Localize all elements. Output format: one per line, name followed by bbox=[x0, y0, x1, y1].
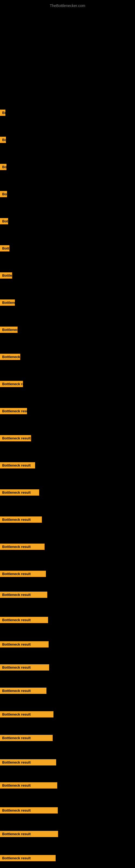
bottleneck-label: Bottleneck result bbox=[0, 137, 6, 143]
bottleneck-label: Bottleneck result bbox=[0, 462, 35, 468]
bottleneck-item: Bottleneck result bbox=[0, 734, 53, 742]
bottleneck-label: Bottleneck result bbox=[0, 327, 17, 333]
bottleneck-item: Bottleneck result bbox=[0, 758, 56, 766]
bottleneck-item: Bottleneck result bbox=[0, 352, 20, 361]
bottleneck-label: Bottleneck result bbox=[0, 164, 6, 170]
bottleneck-label: Bottleneck result bbox=[0, 664, 49, 671]
bottleneck-label: Bottleneck result bbox=[0, 807, 58, 813]
bottleneck-label: Bottleneck result bbox=[0, 688, 46, 694]
bottleneck-label: Bottleneck result bbox=[0, 300, 15, 306]
bottleneck-label: Bottleneck result bbox=[0, 711, 53, 717]
bottleneck-label: Bottleneck result bbox=[0, 408, 27, 414]
bottleneck-label: Bottleneck result bbox=[0, 110, 5, 116]
bottleneck-item: Bottleneck result bbox=[0, 781, 57, 789]
bottleneck-label: Bottleneck result bbox=[0, 855, 56, 861]
bottleneck-item: Bottleneck result bbox=[0, 686, 46, 695]
bottleneck-label: Bottleneck result bbox=[0, 245, 9, 251]
bottleneck-item: Bottleneck result bbox=[0, 299, 15, 307]
bottleneck-label: Bottleneck result bbox=[0, 831, 58, 837]
bottleneck-label: Bottleneck result bbox=[0, 592, 47, 598]
bottleneck-item: Bottleneck result bbox=[0, 590, 47, 599]
bottleneck-item: Bottleneck result bbox=[0, 434, 31, 442]
bottleneck-item: Bottleneck result bbox=[0, 663, 49, 671]
bottleneck-item: Bottleneck result bbox=[0, 516, 42, 524]
bottleneck-item: Bottleneck result bbox=[0, 616, 48, 624]
bottleneck-label: Bottleneck result bbox=[0, 191, 7, 197]
bottleneck-label: Bottleneck result bbox=[0, 617, 48, 623]
bottleneck-item: Bottleneck result bbox=[0, 163, 6, 171]
bottleneck-item: Bottleneck result bbox=[0, 710, 53, 718]
bottleneck-label: Bottleneck result bbox=[0, 435, 31, 441]
bottleneck-label: Bottleneck result bbox=[0, 218, 8, 224]
bottleneck-item: Bottleneck result bbox=[0, 108, 5, 117]
bottleneck-item: Bottleneck result bbox=[0, 190, 7, 198]
bottleneck-label: Bottleneck result bbox=[0, 489, 39, 496]
bottleneck-item: Bottleneck result bbox=[0, 380, 23, 388]
bottleneck-item: Bottleneck result bbox=[0, 854, 56, 862]
bottleneck-label: Bottleneck result bbox=[0, 571, 46, 577]
bottleneck-item: Bottleneck result bbox=[0, 407, 27, 415]
bottleneck-item: Bottleneck result bbox=[0, 488, 39, 496]
bottleneck-item: Bottleneck result bbox=[0, 326, 17, 334]
bottleneck-label: Bottleneck result bbox=[0, 641, 49, 648]
bottleneck-item: Bottleneck result bbox=[0, 135, 6, 144]
bottleneck-item: Bottleneck result bbox=[0, 461, 35, 469]
bottleneck-item: Bottleneck result bbox=[0, 806, 58, 814]
bottleneck-item: Bottleneck result bbox=[0, 542, 45, 551]
bottleneck-label: Bottleneck result bbox=[0, 354, 20, 360]
bottleneck-item: Bottleneck result bbox=[0, 271, 12, 279]
bottleneck-item: Bottleneck result bbox=[0, 244, 9, 252]
bottleneck-label: Bottleneck result bbox=[0, 544, 45, 550]
bottleneck-item: Bottleneck result bbox=[0, 830, 58, 838]
bottleneck-label: Bottleneck result bbox=[0, 759, 56, 766]
bottleneck-label: Bottleneck result bbox=[0, 272, 12, 279]
bottleneck-item: Bottleneck result bbox=[0, 217, 8, 225]
site-title: TheBottlenecker.com bbox=[0, 1, 135, 10]
bottleneck-item: Bottleneck result bbox=[0, 569, 46, 578]
bottleneck-label: Bottleneck result bbox=[0, 381, 23, 387]
bottleneck-label: Bottleneck result bbox=[0, 782, 57, 788]
bottleneck-item: Bottleneck result bbox=[0, 640, 49, 648]
bottleneck-label: Bottleneck result bbox=[0, 517, 42, 523]
bottleneck-label: Bottleneck result bbox=[0, 735, 53, 741]
